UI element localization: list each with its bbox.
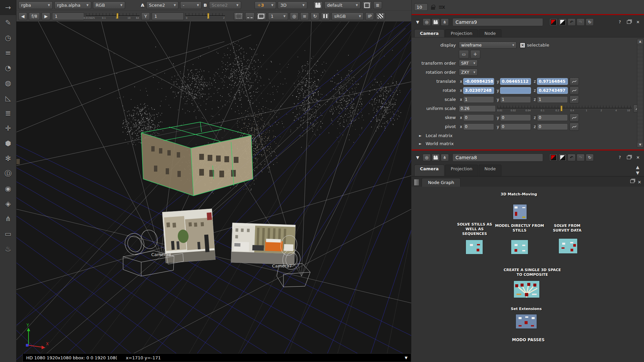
node-name-field[interactable]: Camera9 (452, 18, 543, 26)
checker-icon[interactable] (376, 12, 385, 20)
wrench-icon[interactable]: ⋔ (441, 18, 449, 26)
wipe-select[interactable]: -▼ (180, 1, 202, 9)
collapse-icon[interactable]: ▼ (414, 154, 422, 161)
filter-icon-button[interactable]: ◍ (0, 75, 16, 90)
time-icon-button[interactable]: ◷ (0, 30, 16, 45)
display-select[interactable]: wireframe▼ (459, 42, 517, 49)
other-icon-button[interactable]: ▭ (0, 226, 16, 241)
tab-camera[interactable]: Camera (414, 165, 444, 176)
scale-z-field[interactable]: 1 (537, 96, 568, 103)
gain-target-icon[interactable]: ◎ (290, 12, 299, 20)
pivot-y-field[interactable]: 0 (500, 123, 531, 130)
axis-snap-icon[interactable]: ✛ (470, 50, 480, 59)
status-dropdown-icon[interactable]: ▼ (405, 356, 408, 360)
layout-rows-icon[interactable]: ≣ (373, 1, 382, 9)
close-panel-icon[interactable]: ✕ (634, 154, 642, 161)
scroll-down-icon[interactable]: ▼ (637, 142, 643, 147)
scroll-down-icon[interactable]: ▼ (636, 170, 641, 175)
particles-icon-button[interactable]: ✻ (0, 151, 16, 166)
input-a-select[interactable]: Scene2▼ (146, 1, 178, 9)
gain-slider[interactable]: 0.0156250.111064 (86, 12, 140, 20)
channel-icon-button[interactable]: ≡ (0, 45, 16, 60)
color-swatch-icon[interactable] (549, 154, 557, 161)
wireframe-building[interactable] (16, 122, 253, 196)
float-panel-icon[interactable] (625, 18, 633, 26)
tab-node[interactable]: Node (479, 165, 501, 176)
skew-y-field[interactable]: 0 (500, 114, 531, 121)
animation-curve-icon[interactable] (570, 96, 579, 104)
frame-increment-select[interactable]: 1▼ (268, 12, 288, 20)
scale-y-field[interactable]: 1 (500, 96, 531, 103)
close-panel-icon[interactable]: ✕ (638, 180, 641, 185)
downrez-select[interactable]: ÷3▼ (255, 1, 276, 9)
selectable-checkbox[interactable]: ✕ (520, 43, 525, 48)
rotate-y-field[interactable] (500, 87, 531, 94)
node-graph-canvas[interactable]: 3D Match-Moving SOLVE STILLS AS WELL AS … (412, 187, 644, 347)
gl-color-icon[interactable] (558, 18, 567, 26)
file-icon[interactable]: ▭ (459, 50, 469, 59)
keyer-icon-button[interactable]: ◺ (0, 90, 16, 106)
display-style-select[interactable]: RGB▼ (93, 1, 125, 9)
camera9-scrollbar[interactable]: ▲ ▼ (637, 39, 643, 147)
tab-node-graph[interactable]: Node Graph (422, 178, 461, 187)
rotation-order-select[interactable]: ZXY▼ (459, 69, 478, 76)
pivot-x-field[interactable]: 0 (463, 123, 494, 130)
uniform-scale-slider[interactable]: 0.010.020.040.10.20.412410 (497, 104, 632, 113)
node-thumbnail[interactable] (558, 238, 578, 254)
node-thumbnail[interactable] (466, 240, 483, 254)
color-swatch-icon[interactable] (549, 18, 557, 26)
gamma-toggle[interactable]: Y (141, 12, 150, 20)
undo-icon[interactable]: ↶ (568, 18, 576, 26)
refresh-icon[interactable]: ↻ (311, 12, 319, 20)
revert-icon[interactable]: ↻ (586, 18, 594, 26)
float-panel-icon[interactable] (630, 180, 634, 183)
lock-icon[interactable] (431, 7, 435, 10)
input-process-button[interactable]: IP (365, 12, 374, 20)
wrench-icon[interactable]: ⋔ (441, 154, 449, 161)
metadata-icon-button[interactable]: ◈ (0, 196, 16, 211)
translate-z-field[interactable]: 0.97164845 (537, 78, 568, 85)
3d-icon-button[interactable]: ⬢ (0, 136, 16, 151)
color-icon-button[interactable]: ◔ (0, 60, 16, 75)
skew-x-field[interactable]: 0 (463, 114, 494, 121)
scale-x-field[interactable]: 1 (463, 96, 494, 103)
gl-color-icon[interactable] (558, 154, 567, 161)
monitor-out-icon[interactable] (256, 12, 266, 20)
transform-icon-button[interactable]: ✛ (0, 121, 16, 136)
uniform-scale-field[interactable]: 0.26 (459, 105, 496, 112)
collapse-icon[interactable]: ▼ (414, 18, 422, 26)
pivot-z-field[interactable]: 0 (537, 123, 568, 130)
translate-x-field[interactable]: -0.00984258 (463, 78, 494, 85)
pause-icon[interactable] (321, 12, 330, 20)
3d-viewport-canvas[interactable]: Y X Camera8 Camera7 (16, 21, 411, 362)
transform-order-select[interactable]: SRT▼ (459, 60, 478, 67)
lut-select[interactable]: default▼ (324, 1, 361, 9)
help-icon[interactable]: ? (616, 18, 624, 26)
skew-z-field[interactable]: 0 (537, 114, 568, 121)
redo-icon[interactable]: ↷ (577, 18, 585, 26)
animation-curve-icon[interactable] (570, 77, 579, 85)
gamma-input[interactable]: 1 (152, 12, 184, 20)
alpha-channel-select[interactable]: rgba.alpha▼ (54, 1, 91, 9)
tab-node[interactable]: Node (479, 29, 501, 37)
tab-projection[interactable]: Projection (445, 165, 478, 176)
tab-camera[interactable]: Camera (414, 29, 444, 37)
redo-icon[interactable]: ↷ (577, 154, 585, 161)
gain-input[interactable]: 1 (52, 12, 84, 20)
merge-icon-button[interactable]: ≣ (0, 106, 16, 121)
gamma-slider[interactable]: 012 (185, 12, 225, 20)
layers-icon[interactable]: ≡ (300, 12, 309, 20)
furnace-icon-button[interactable]: ♨ (0, 241, 16, 256)
deep-icon-button[interactable]: Ⓓ (0, 166, 16, 181)
float-panel-icon[interactable] (625, 154, 633, 161)
scroll-up-icon[interactable]: ▲ (637, 39, 643, 44)
node-name-field[interactable]: Camera8 (452, 154, 543, 162)
camera-icon[interactable] (432, 154, 440, 161)
view-mode-select[interactable]: 3D▼ (278, 1, 307, 9)
animation-curve-icon[interactable] (570, 114, 579, 122)
scroll-up-icon[interactable]: ▲ (636, 165, 641, 170)
prev-keyframe-button[interactable]: ◀ (18, 12, 27, 20)
animation-curve-icon[interactable] (570, 123, 579, 131)
proxy-toggle-icon[interactable] (245, 12, 255, 20)
draw-icon-button[interactable]: ✎ (0, 15, 16, 30)
